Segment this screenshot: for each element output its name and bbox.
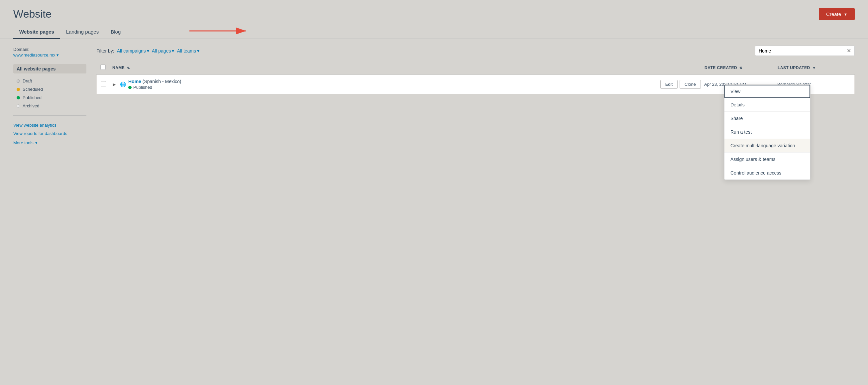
dropdown-item-control-access[interactable]: Control audience access — [724, 166, 810, 180]
campaigns-chevron-icon: ▾ — [147, 48, 149, 54]
filter-label: Filter by: — [96, 48, 114, 54]
dropdown-item-details[interactable]: Details — [724, 98, 810, 112]
domain-label: Domain: — [13, 47, 86, 52]
col-date-header: DATE CREATED ⇅ — [705, 65, 778, 70]
dropdown-item-run-test[interactable]: Run a test — [724, 125, 810, 139]
dropdown-item-assign-users[interactable]: Assign users & teams — [724, 153, 810, 166]
tab-landing-pages[interactable]: Landing pages — [60, 26, 105, 39]
pages-chevron-icon: ▾ — [172, 48, 174, 54]
filter-pages-button[interactable]: All pages ▾ — [152, 48, 175, 54]
filter-bar: Filter by: All campaigns ▾ All pages ▾ A… — [96, 46, 855, 56]
main-content: Filter by: All campaigns ▾ All pages ▾ A… — [86, 39, 855, 153]
row-status: Published — [128, 85, 660, 90]
table-header: NAME ⇅ DATE CREATED ⇅ LAST UPDATED ▼ — [96, 61, 855, 75]
archived-status-dot — [17, 105, 20, 108]
row-page-title[interactable]: Home — [128, 79, 141, 84]
dropdown-item-create-variation[interactable]: Create multi-language variation — [724, 139, 810, 153]
table-row: ▶ 🌐 Home (Spanish - Mexico) Published — [96, 75, 855, 94]
dropdown-item-share[interactable]: Share — [724, 112, 810, 125]
sidebar-item-published[interactable]: Published — [13, 93, 86, 102]
search-clear-button[interactable]: ✕ — [847, 48, 851, 54]
filter-teams-button[interactable]: All teams ▾ — [177, 48, 199, 54]
teams-chevron-icon: ▾ — [197, 48, 199, 54]
domain-link[interactable]: www.mediasource.mx ▾ — [13, 53, 86, 58]
sidebar-item-scheduled[interactable]: Scheduled — [13, 85, 86, 93]
filter-campaigns-button[interactable]: All campaigns ▾ — [117, 48, 149, 54]
updated-sort-icon[interactable]: ▼ — [812, 66, 816, 70]
name-sort-icon[interactable]: ⇅ — [127, 66, 130, 70]
row-checkbox[interactable] — [101, 81, 106, 86]
sidebar-all-pages[interactable]: All website pages — [13, 64, 86, 73]
clone-button[interactable]: Clone — [680, 80, 701, 89]
tab-blog[interactable]: Blog — [105, 26, 127, 39]
date-sort-icon[interactable]: ⇅ — [739, 66, 742, 70]
dropdown-item-view[interactable]: View — [724, 85, 810, 98]
scheduled-status-dot — [17, 88, 20, 91]
row-expand-icon[interactable]: ▶ — [113, 82, 118, 87]
reports-link[interactable]: View reports for dashboards — [13, 129, 86, 138]
create-chevron-icon: ▼ — [844, 12, 847, 16]
search-input[interactable] — [759, 48, 847, 54]
sidebar-item-draft[interactable]: Draft — [13, 77, 86, 85]
row-page-subtitle: (Spanish - Mexico) — [143, 79, 181, 84]
col-updated-header: LAST UPDATED ▼ — [778, 65, 851, 70]
dropdown-menu: View Details Share Run a test Create mul… — [724, 84, 810, 180]
sidebar-item-archived[interactable]: Archived — [13, 102, 86, 110]
globe-icon: 🌐 — [120, 82, 126, 87]
col-name-header: NAME ⇅ — [112, 65, 705, 70]
tab-bar: Website pages Landing pages Blog — [0, 26, 868, 39]
search-container: ✕ — [755, 46, 855, 56]
row-actions: Edit Clone — [660, 80, 701, 89]
edit-button[interactable]: Edit — [660, 80, 678, 89]
table: NAME ⇅ DATE CREATED ⇅ LAST UPDATED ▼ — [96, 61, 855, 94]
domain-chevron-icon: ▾ — [57, 53, 59, 58]
sidebar-divider — [13, 115, 86, 116]
select-all-checkbox[interactable] — [100, 64, 106, 70]
more-tools-chevron-icon: ▾ — [35, 140, 37, 145]
published-status-dot — [17, 96, 20, 99]
create-button[interactable]: Create ▼ — [819, 8, 855, 20]
row-published-dot — [128, 86, 132, 89]
draft-status-dot — [17, 80, 20, 83]
more-tools-button[interactable]: More tools ▾ — [13, 140, 86, 145]
analytics-link[interactable]: View website analytics — [13, 121, 86, 129]
sidebar: Domain: www.mediasource.mx ▾ All website… — [13, 39, 86, 153]
row-title-area: Home (Spanish - Mexico) Published — [128, 79, 660, 90]
tab-website-pages[interactable]: Website pages — [13, 26, 60, 39]
page-title: Website — [13, 8, 52, 20]
